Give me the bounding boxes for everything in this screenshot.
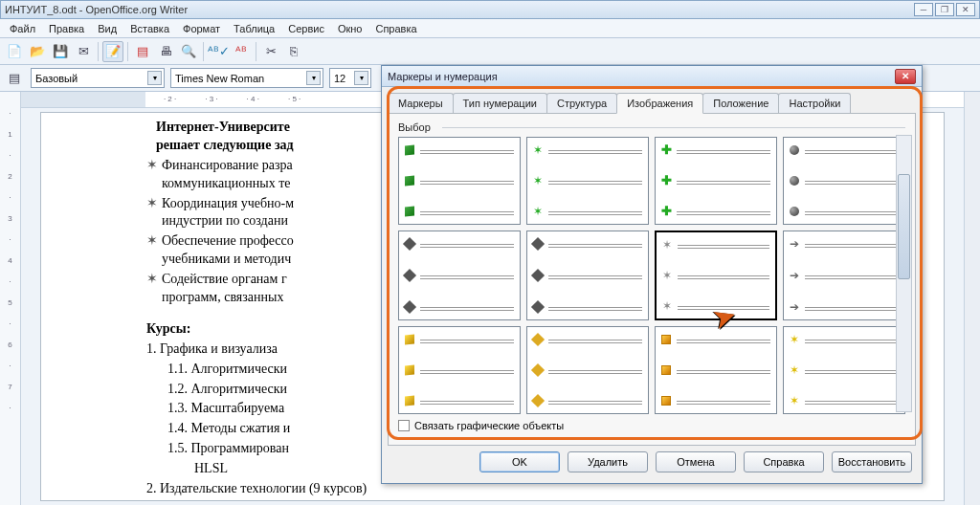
list-item: 2.1. Введение в цифровую фотографию [146, 500, 838, 501]
menu-window[interactable]: Окно [332, 21, 368, 36]
menu-edit[interactable]: Правка [43, 21, 90, 36]
gallery-item[interactable] [783, 137, 905, 225]
menu-format[interactable]: Формат [177, 21, 226, 36]
gallery-item[interactable]: ➔➔➔ [783, 231, 905, 320]
window-close-button[interactable]: ✕ [956, 3, 975, 16]
tab-panel: Выбор ✶✶✶ ✚✚✚ ✶✶✶ ➔➔➔ ✶✶✶ Связать графич… [388, 113, 916, 446]
save-button[interactable]: 💾 [50, 41, 71, 62]
menu-help[interactable]: Справка [369, 21, 422, 36]
checkbox-label: Связать графические объекты [414, 420, 564, 431]
titlebar: ИНТУИТ_8.odt - OpenOffice.org Writer ─ ❐… [0, 0, 980, 19]
gallery-item[interactable]: ✚✚✚ [655, 137, 777, 225]
chevron-down-icon: ▾ [306, 71, 321, 85]
gallery-scrollbar[interactable] [896, 135, 912, 412]
font-size-combo[interactable]: 12 ▾ [329, 68, 371, 88]
copy-button[interactable]: ⎘ [283, 41, 304, 62]
gallery-item[interactable]: ✶✶✶ [526, 137, 649, 225]
print-button[interactable]: 🖶 [155, 41, 176, 62]
menu-table[interactable]: Таблица [228, 21, 280, 36]
new-doc-button[interactable]: 📄 [4, 41, 25, 62]
styles-button[interactable]: ▤ [4, 68, 25, 89]
dialog-tabs: Маркеры Тип нумерации Структура Изображе… [382, 87, 922, 113]
star-bullet-icon: ✶ [146, 157, 158, 175]
vertical-scrollbar[interactable] [964, 92, 980, 505]
star-bullet-icon: ✶ [146, 195, 158, 213]
restore-button[interactable]: Восстановить [832, 451, 912, 472]
chevron-down-icon: ▾ [147, 71, 162, 85]
spellcheck-button[interactable]: ᴬᴮ✓ [208, 41, 229, 62]
bullet-gallery: ✶✶✶ ✚✚✚ ✶✶✶ ➔➔➔ ✶✶✶ [398, 137, 905, 414]
dialog-titlebar[interactable]: Маркеры и нумерация ✕ [382, 66, 922, 87]
font-value: Times New Roman [175, 73, 264, 84]
tab-markers[interactable]: Маркеры [388, 93, 454, 113]
style-value: Базовый [35, 73, 78, 84]
delete-button[interactable]: Удалить [568, 451, 648, 472]
standard-toolbar: 📄 📂 💾 ✉ 📝 ▤ 🖶 🔍 ᴬᴮ✓ ᴬᴮ ✂ ⎘ [0, 38, 980, 65]
gallery-item[interactable] [398, 231, 521, 320]
tab-graphics[interactable]: Изображения [616, 93, 703, 114]
menu-tools[interactable]: Сервис [282, 21, 330, 36]
autospell-button[interactable]: ᴬᴮ [231, 41, 252, 62]
link-graphics-checkbox[interactable]: Связать графические объекты [398, 420, 905, 431]
gallery-item[interactable] [526, 326, 649, 414]
edit-button[interactable]: 📝 [102, 41, 123, 62]
checkbox-icon [398, 420, 410, 431]
dialog-title: Маркеры и нумерация [388, 71, 895, 82]
bullets-numbering-dialog: Маркеры и нумерация ✕ Маркеры Тип нумера… [381, 65, 923, 484]
gallery-item[interactable]: ✶✶✶ [783, 326, 905, 414]
star-bullet-icon: ✶ [146, 271, 158, 289]
gallery-item[interactable] [398, 137, 521, 225]
group-label: Выбор [398, 121, 905, 133]
maximize-button[interactable]: ❐ [935, 3, 954, 16]
tab-options[interactable]: Настройки [778, 93, 851, 113]
tab-numbering-type[interactable]: Тип нумерации [453, 93, 547, 113]
open-button[interactable]: 📂 [27, 41, 48, 62]
pdf-button[interactable]: ▤ [132, 41, 153, 62]
tab-position[interactable]: Положение [702, 93, 779, 113]
help-button[interactable]: Справка [744, 451, 824, 472]
ok-button[interactable]: OK [479, 451, 560, 472]
paragraph-style-combo[interactable]: Базовый ▾ [31, 68, 165, 88]
size-value: 12 [334, 73, 345, 84]
vertical-ruler: ·1·2·3·4·5·6·7· [0, 92, 21, 505]
cancel-button[interactable]: Отмена [656, 451, 736, 472]
minimize-button[interactable]: ─ [914, 3, 933, 16]
menu-file[interactable]: Файл [4, 21, 41, 36]
gallery-item[interactable] [526, 231, 649, 320]
email-button[interactable]: ✉ [73, 41, 94, 62]
cut-button[interactable]: ✂ [260, 41, 281, 62]
menu-view[interactable]: Вид [92, 21, 122, 36]
star-bullet-icon: ✶ [146, 232, 158, 251]
menubar: Файл Правка Вид Вставка Формат Таблица С… [0, 19, 980, 38]
preview-button[interactable]: 🔍 [178, 41, 199, 62]
gallery-item[interactable] [655, 326, 777, 414]
gallery-item[interactable] [398, 326, 521, 414]
window-title: ИНТУИТ_8.odt - OpenOffice.org Writer [5, 4, 914, 15]
font-name-combo[interactable]: Times New Roman ▾ [170, 68, 323, 88]
tab-outline[interactable]: Структура [546, 93, 617, 113]
menu-insert[interactable]: Вставка [124, 21, 175, 36]
chevron-down-icon: ▾ [354, 71, 368, 85]
dialog-close-button[interactable]: ✕ [895, 69, 916, 84]
gallery-item-selected[interactable]: ✶✶✶ [655, 231, 777, 320]
